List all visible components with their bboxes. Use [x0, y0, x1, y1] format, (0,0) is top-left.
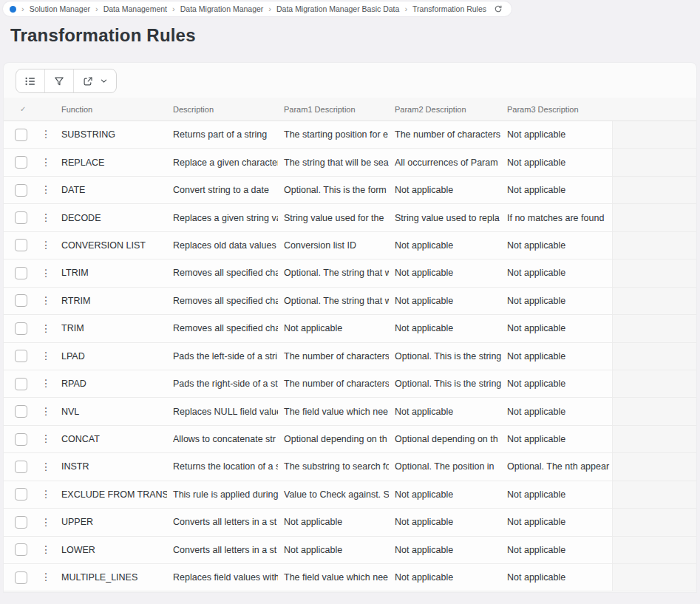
- param1-description-cell: Optional depending on th: [278, 426, 389, 452]
- table-row[interactable]: ⋮ LTRIM Removes all specified cha Option…: [4, 259, 696, 287]
- column-header-description[interactable]: Description: [167, 105, 278, 114]
- row-filler: [612, 564, 696, 591]
- description-cell: Replaces a given string va: [167, 204, 278, 231]
- row-menu-icon[interactable]: ⋮: [41, 185, 51, 195]
- row-filler: [612, 204, 696, 231]
- breadcrumb-item-data-migration-manager[interactable]: Data Migration Manager: [180, 4, 264, 13]
- function-cell: LOWER: [55, 537, 167, 563]
- description-cell: Removes all specified cha: [167, 288, 278, 314]
- function-cell: CONVERSION LIST: [55, 232, 167, 259]
- table-row[interactable]: ⋮ SUBSTRING Returns part of a string The…: [4, 121, 696, 149]
- row-menu-icon[interactable]: ⋮: [41, 213, 51, 223]
- function-cell: TRIM: [55, 315, 167, 342]
- description-cell: Allows to concatenate str: [167, 426, 278, 452]
- breadcrumb-item-transformation-rules[interactable]: Transformation Rules: [412, 4, 486, 13]
- row-checkbox[interactable]: [15, 156, 27, 169]
- row-menu-icon[interactable]: ⋮: [41, 572, 51, 583]
- row-menu-cell: ⋮: [36, 453, 55, 480]
- row-filler: [612, 509, 696, 535]
- row-checkbox[interactable]: [15, 129, 27, 141]
- row-checkbox-cell: [4, 288, 36, 314]
- row-menu-icon[interactable]: ⋮: [41, 462, 51, 472]
- table-row[interactable]: ⋮ DATE Convert string to a date Optional…: [4, 177, 696, 204]
- param2-description-cell: Optional. This is the string: [389, 370, 501, 397]
- breadcrumb-item-solution-manager[interactable]: Solution Manager: [30, 4, 90, 13]
- row-checkbox[interactable]: [15, 294, 27, 307]
- list-view-button[interactable]: [16, 69, 45, 92]
- description-cell: Replace a given character: [167, 149, 278, 175]
- row-menu-icon[interactable]: ⋮: [41, 157, 51, 168]
- function-cell: RTRIM: [55, 288, 167, 314]
- row-menu-icon[interactable]: ⋮: [41, 351, 51, 362]
- row-checkbox-cell: [4, 509, 36, 535]
- table-row[interactable]: ⋮ LOWER Converts all letters in a st Not…: [4, 537, 696, 564]
- row-menu-icon[interactable]: ⋮: [41, 129, 51, 140]
- table-row[interactable]: ⋮ NVL Replaces NULL field value The fiel…: [4, 398, 696, 425]
- row-checkbox[interactable]: [15, 267, 27, 279]
- row-filler: [612, 343, 696, 370]
- table-row[interactable]: ⋮ DECODE Replaces a given string va Stri…: [4, 204, 696, 231]
- column-header-param3[interactable]: Param3 Description: [501, 105, 612, 114]
- table-row[interactable]: ⋮ CONCAT Allows to concatenate str Optio…: [4, 426, 696, 453]
- table-row[interactable]: ⋮ REPLACE Replace a given character The …: [4, 149, 696, 176]
- row-menu-cell: ⋮: [36, 315, 55, 342]
- row-checkbox[interactable]: [15, 211, 27, 224]
- table-row[interactable]: ⋮ CONVERSION LIST Replaces old data valu…: [4, 232, 696, 259]
- row-menu-icon[interactable]: ⋮: [41, 324, 51, 334]
- param2-description-cell: Optional depending on th: [389, 426, 501, 452]
- table-row[interactable]: ⋮ LPAD Pads the left-side of a stri The …: [4, 343, 696, 370]
- chevron-right-icon: ›: [268, 4, 271, 13]
- row-checkbox[interactable]: [15, 433, 27, 446]
- table-row[interactable]: ⋮ EXCLUDE FROM TRANSFE This rule is appl…: [4, 481, 696, 509]
- select-all-checkmark[interactable]: ✓: [4, 105, 36, 113]
- row-checkbox[interactable]: [15, 239, 27, 251]
- row-checkbox[interactable]: [15, 405, 27, 418]
- row-filler: [612, 537, 696, 563]
- table-row[interactable]: ⋮ INSTR Returns the location of a s The …: [4, 453, 696, 481]
- column-header-function[interactable]: Function: [55, 105, 167, 114]
- function-cell: INSTR: [55, 453, 167, 480]
- row-checkbox[interactable]: [15, 378, 27, 390]
- app-icon[interactable]: [10, 6, 16, 13]
- param1-description-cell: Optional. This is the form: [278, 177, 389, 203]
- table-row[interactable]: ⋮ TRIM Removes all specified cha Not app…: [4, 315, 696, 342]
- row-menu-icon[interactable]: ⋮: [41, 434, 51, 444]
- row-menu-icon[interactable]: ⋮: [41, 240, 51, 251]
- row-menu-icon[interactable]: ⋮: [41, 379, 51, 389]
- row-menu-icon[interactable]: ⋮: [41, 518, 51, 528]
- row-checkbox[interactable]: [15, 488, 27, 500]
- row-menu-icon[interactable]: ⋮: [41, 489, 51, 500]
- row-checkbox[interactable]: [15, 516, 27, 529]
- table-row[interactable]: ⋮ RPAD Pads the right-side of a st The n…: [4, 370, 696, 398]
- column-header-param1[interactable]: Param1 Description: [278, 105, 389, 114]
- param2-description-cell: Not applicable: [389, 315, 501, 342]
- param1-description-cell: Not applicable: [278, 537, 389, 563]
- row-menu-cell: ⋮: [36, 259, 55, 286]
- row-filler: [612, 288, 696, 314]
- export-button[interactable]: [74, 69, 116, 92]
- param1-description-cell: The substring to search fo: [278, 453, 389, 480]
- breadcrumb-item-data-management[interactable]: Data Management: [103, 4, 167, 13]
- table-row[interactable]: ⋮ MULTIPLE_LINES Replaces field values w…: [4, 564, 696, 591]
- table-row[interactable]: ⋮ RTRIM Removes all specified cha Option…: [4, 288, 696, 315]
- description-cell: This rule is applied during: [167, 481, 278, 508]
- refresh-icon[interactable]: [494, 4, 503, 13]
- row-checkbox[interactable]: [15, 350, 27, 362]
- row-menu-icon[interactable]: ⋮: [41, 407, 51, 417]
- row-checkbox-cell: [4, 149, 36, 175]
- column-header-param2[interactable]: Param2 Description: [389, 105, 501, 114]
- row-checkbox[interactable]: [15, 461, 27, 473]
- row-checkbox[interactable]: [15, 543, 27, 556]
- param1-description-cell: Conversion list ID: [278, 232, 389, 259]
- row-checkbox[interactable]: [15, 322, 27, 335]
- param2-description-cell: Optional. This is the string: [389, 343, 501, 370]
- row-checkbox[interactable]: [15, 571, 27, 584]
- filter-button[interactable]: [45, 69, 74, 92]
- row-menu-icon[interactable]: ⋮: [41, 268, 51, 279]
- row-menu-icon[interactable]: ⋮: [41, 545, 51, 555]
- row-menu-icon[interactable]: ⋮: [41, 296, 51, 306]
- breadcrumb-item-dmm-basic-data[interactable]: Data Migration Manager Basic Data: [276, 4, 399, 13]
- table-row[interactable]: ⋮ UPPER Converts all letters in a st Not…: [4, 509, 696, 536]
- row-checkbox[interactable]: [15, 184, 27, 197]
- param1-description-cell: The string that will be sea: [278, 149, 389, 175]
